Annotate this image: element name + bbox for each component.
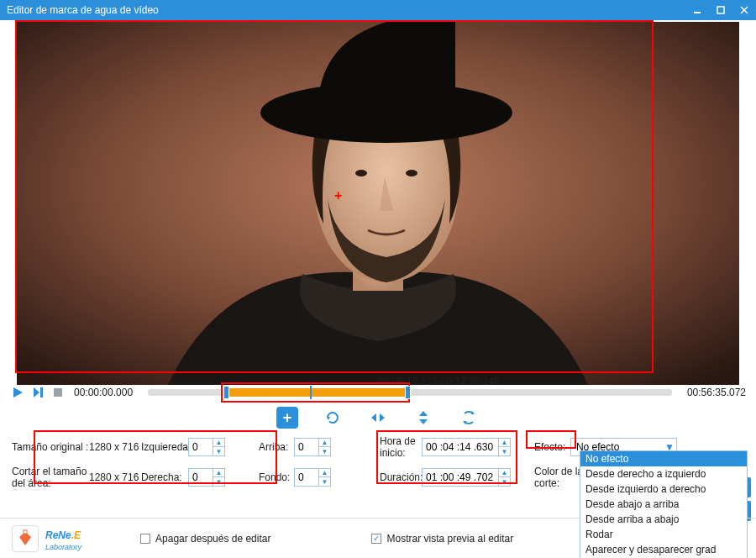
svg-marker-14 xyxy=(327,417,330,420)
range-start-handle[interactable] xyxy=(223,386,229,399)
effect-option[interactable]: Desde izquierdo a derecho xyxy=(580,482,747,497)
effect-label-highlight xyxy=(526,430,576,449)
add-button[interactable]: + xyxy=(276,407,298,429)
brand-text: ReNe.E xyxy=(45,525,81,543)
checkbox-icon: ✓ xyxy=(371,534,381,544)
bottom-input[interactable] xyxy=(295,469,318,486)
checkbox-icon xyxy=(140,534,150,544)
svg-marker-18 xyxy=(419,419,428,424)
preview-label: Mostrar vista previa al editar xyxy=(386,533,513,545)
time-start-label: 00:00:00.000 xyxy=(74,387,141,398)
effect-option[interactable]: Rodar xyxy=(580,527,747,542)
effect-option[interactable]: Aparecer y desaparecer grad xyxy=(580,542,747,557)
top-spinner[interactable]: ▲▼ xyxy=(294,438,331,456)
window-title: Editor de marca de agua de vídeo xyxy=(7,4,685,16)
size-group-highlight xyxy=(34,430,277,484)
spinner-up-icon[interactable]: ▲ xyxy=(318,439,330,447)
flip-vertical-button[interactable] xyxy=(412,407,434,429)
spinner-up-icon[interactable]: ▲ xyxy=(318,469,330,477)
brand-subtext: Laboratory xyxy=(45,543,81,551)
playhead[interactable] xyxy=(310,386,312,399)
svg-rect-12 xyxy=(40,387,43,397)
minimize-button[interactable] xyxy=(685,0,709,20)
center-cross-icon: + xyxy=(334,188,342,203)
svg-marker-20 xyxy=(463,421,466,424)
maximize-button[interactable] xyxy=(709,0,732,20)
svg-marker-19 xyxy=(471,411,475,414)
play-button[interactable] xyxy=(10,385,25,400)
effect-option[interactable]: No efecto xyxy=(580,451,747,466)
svg-rect-13 xyxy=(54,388,62,397)
seek-track[interactable]: 00:09:15.218-00:17:38.146 xyxy=(148,389,672,396)
spinner-down-icon[interactable]: ▼ xyxy=(318,477,330,486)
range-end-handle[interactable] xyxy=(405,386,411,399)
effect-option[interactable]: Desde abajo a arriba xyxy=(580,497,747,512)
brand-logo: ReNe.E Laboratory xyxy=(12,525,81,552)
range-bar xyxy=(227,388,407,397)
video-preview[interactable]: + xyxy=(17,22,739,385)
svg-marker-15 xyxy=(371,413,376,422)
top-input[interactable] xyxy=(295,439,318,455)
brand-icon xyxy=(12,525,39,552)
timing-group-highlight xyxy=(376,430,517,484)
shutdown-checkbox[interactable]: Apagar después de editar xyxy=(140,533,270,545)
params-panel: Tamaño original : 1280 x 716 Izquiereda:… xyxy=(0,435,756,489)
flip-horizontal-button[interactable] xyxy=(367,407,389,429)
titlebar: Editor de marca de agua de vídeo xyxy=(0,0,756,20)
shutdown-label: Apagar después de editar xyxy=(155,533,270,545)
svg-rect-21 xyxy=(24,530,27,534)
preview-checkbox[interactable]: ✓ Mostrar vista previa al editar xyxy=(371,533,513,545)
effect-option[interactable]: Desde arriba a abajo xyxy=(580,512,747,527)
bottom-spinner[interactable]: ▲▼ xyxy=(294,468,331,487)
svg-marker-10 xyxy=(13,387,23,397)
close-button[interactable] xyxy=(732,0,756,20)
stop-button[interactable] xyxy=(50,385,66,400)
transport-row: 00:00:00.000 00:09:15.218-00:17:38.146 0… xyxy=(0,385,756,403)
effect-option[interactable]: Desde derecho a izquierdo xyxy=(580,466,747,482)
rotate-button[interactable] xyxy=(322,407,344,429)
effect-dropdown[interactable]: No efecto Desde derecho a izquierdo Desd… xyxy=(580,450,748,558)
time-end-label: 00:56:35.072 xyxy=(679,387,746,398)
svg-marker-16 xyxy=(380,413,385,422)
spinner-down-icon[interactable]: ▼ xyxy=(318,447,330,455)
svg-rect-1 xyxy=(717,7,724,13)
svg-marker-17 xyxy=(419,411,428,416)
svg-marker-11 xyxy=(34,387,39,397)
refresh-button[interactable] xyxy=(458,407,480,429)
step-button[interactable] xyxy=(30,385,45,400)
